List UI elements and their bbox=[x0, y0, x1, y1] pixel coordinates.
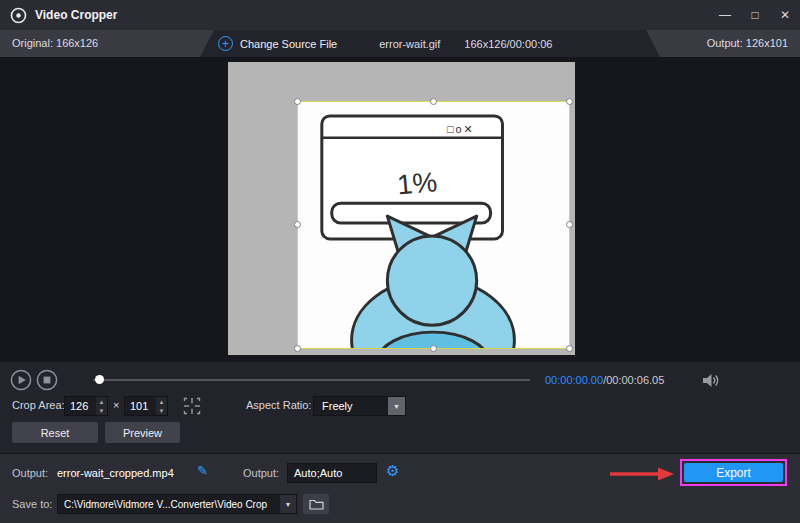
source-filename: error-wait.gif bbox=[379, 38, 440, 50]
save-path-value: C:\Vidmore\Vidmore V...Converter\Video C… bbox=[58, 499, 280, 510]
crop-height-spinner-down-icon[interactable]: ▼ bbox=[156, 406, 167, 415]
playback-controls: 00:00:00.00/00:00:06.05 bbox=[0, 366, 800, 394]
current-time: 00:00:00.00 bbox=[545, 374, 603, 386]
titlebar: Video Cropper — □ ✕ bbox=[0, 0, 800, 30]
export-button[interactable]: Export bbox=[684, 463, 783, 482]
crop-height-value: 101 bbox=[125, 397, 156, 415]
reset-button[interactable]: Reset bbox=[12, 422, 98, 443]
chevron-down-icon: ▼ bbox=[388, 397, 405, 415]
total-time: /00:00:06.05 bbox=[603, 374, 664, 386]
save-path-dropdown[interactable]: C:\Vidmore\Vidmore V...Converter\Video C… bbox=[57, 494, 297, 514]
crop-width-spinner-up-icon[interactable]: ▲ bbox=[96, 397, 107, 406]
change-source-file-button[interactable]: + Change Source File bbox=[218, 36, 337, 51]
window-title: Video Cropper bbox=[35, 8, 117, 22]
output-panel: Output: error-wait_cropped.mp4 ✎ Output:… bbox=[0, 453, 800, 523]
crop-width-input[interactable]: 126 ▲ ▼ bbox=[64, 396, 108, 416]
original-size-label: Original: 166x126 bbox=[12, 37, 98, 49]
minimize-button[interactable]: — bbox=[710, 0, 740, 30]
save-to-label: Save to: bbox=[12, 498, 52, 510]
action-buttons-row: Reset Preview bbox=[0, 422, 800, 444]
crop-handle-bottom-center[interactable] bbox=[430, 345, 437, 352]
source-info-tab: + Change Source File error-wait.gif 166x… bbox=[200, 30, 660, 57]
center-crop-button[interactable] bbox=[181, 395, 203, 417]
video-cropper-window: Video Cropper — □ ✕ Original: 166x126 + … bbox=[0, 0, 800, 523]
aspect-ratio-label: Aspect Ratio: bbox=[246, 399, 311, 411]
output-size-label: Output: 126x101 bbox=[707, 37, 788, 49]
crop-handle-bottom-right[interactable] bbox=[566, 345, 573, 352]
crop-handle-bottom-left[interactable] bbox=[294, 345, 301, 352]
stop-button[interactable] bbox=[36, 369, 58, 391]
cartoon-progress-text: 1% bbox=[396, 166, 439, 200]
folder-icon bbox=[309, 498, 324, 510]
add-source-icon: + bbox=[218, 36, 233, 51]
annotation-arrow-icon bbox=[608, 465, 676, 485]
preview-button[interactable]: Preview bbox=[105, 422, 180, 443]
crop-width-value: 126 bbox=[65, 397, 96, 415]
crop-selection[interactable]: □o✕ 1% bbox=[297, 101, 570, 349]
time-display: 00:00:00.00/00:00:06.05 bbox=[545, 374, 664, 386]
crop-handle-top-right[interactable] bbox=[566, 98, 573, 105]
crop-height-input[interactable]: 101 ▲ ▼ bbox=[124, 396, 168, 416]
crop-handle-middle-left[interactable] bbox=[294, 221, 301, 228]
output-filename: error-wait_cropped.mp4 bbox=[57, 467, 174, 479]
crop-width-spinner-down-icon[interactable]: ▼ bbox=[96, 406, 107, 415]
video-frame-image: □o✕ 1% bbox=[298, 102, 569, 348]
crop-settings-row: Crop Area: 126 ▲ ▼ × 101 ▲ ▼ Aspect Rati… bbox=[0, 394, 800, 420]
video-preview-frame: □o✕ 1% bbox=[228, 62, 575, 355]
save-path-chevron-down-icon: ▼ bbox=[280, 495, 296, 513]
multiply-sign: × bbox=[113, 399, 119, 411]
timeline-slider[interactable] bbox=[93, 379, 530, 381]
play-button[interactable] bbox=[10, 369, 32, 391]
volume-icon[interactable] bbox=[701, 372, 721, 391]
change-source-label: Change Source File bbox=[240, 38, 337, 50]
preview-area: □o✕ 1% bbox=[0, 57, 800, 362]
crop-handle-top-left[interactable] bbox=[294, 98, 301, 105]
close-button[interactable]: ✕ bbox=[770, 0, 800, 30]
crop-area-label: Crop Area: bbox=[12, 399, 65, 411]
timeline-thumb[interactable] bbox=[95, 375, 104, 384]
crop-handle-middle-right[interactable] bbox=[566, 221, 573, 228]
cartoon-window-controls: □o✕ bbox=[447, 123, 475, 135]
output-label: Output: bbox=[12, 467, 48, 479]
annotation-highlight-box: Export bbox=[680, 459, 787, 486]
crop-width-spinner: ▲ ▼ bbox=[96, 397, 107, 415]
info-bar: Original: 166x126 + Change Source File e… bbox=[0, 30, 800, 57]
crop-height-spinner-up-icon[interactable]: ▲ bbox=[156, 397, 167, 406]
crop-height-spinner: ▲ ▼ bbox=[156, 397, 167, 415]
app-logo-icon bbox=[10, 7, 27, 24]
window-controls: — □ ✕ bbox=[710, 0, 800, 30]
maximize-button[interactable]: □ bbox=[740, 0, 770, 30]
aspect-ratio-value: Freely bbox=[314, 400, 388, 412]
aspect-ratio-dropdown[interactable]: Freely ▼ bbox=[313, 396, 406, 416]
edit-filename-icon[interactable]: ✎ bbox=[197, 463, 208, 478]
output-settings-gear-icon[interactable]: ⚙ bbox=[386, 462, 399, 480]
source-dimensions-duration: 166x126/00:00:06 bbox=[464, 38, 552, 50]
crop-handle-top-center[interactable] bbox=[430, 98, 437, 105]
output-format-value: Auto;Auto bbox=[294, 467, 342, 479]
output-format-input[interactable]: Auto;Auto bbox=[287, 463, 377, 483]
browse-folder-button[interactable] bbox=[303, 494, 329, 514]
output-format-label: Output: bbox=[243, 467, 279, 479]
